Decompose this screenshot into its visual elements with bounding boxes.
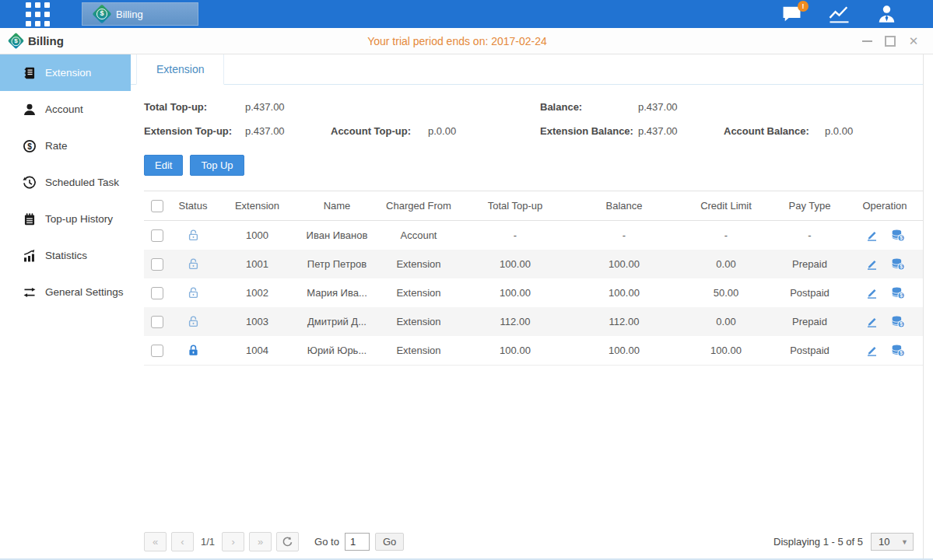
prev-page-button[interactable]: ‹ (171, 532, 194, 551)
credit-limit-cell: 100.00 (679, 336, 773, 366)
total-topup-cell: 112.00 (461, 307, 569, 336)
edit-button[interactable]: Edit (144, 155, 183, 176)
billing-app-window: $ Billing ! $ Billing Your trial period … (0, 0, 933, 560)
extension-cell: 1001 (216, 250, 298, 278)
account-balance-label: Account Balance: (724, 125, 825, 137)
topup-icon[interactable]: $ (891, 229, 905, 242)
goto-page-input[interactable] (345, 533, 370, 551)
refresh-button[interactable] (276, 532, 299, 551)
sidebar-item-label: General Settings (45, 286, 124, 298)
sidebar-item-label: Scheduled Task (45, 177, 119, 188)
minimize-icon[interactable] (861, 36, 872, 47)
window-body: ExtensionAccount$RateScheduled TaskTop-u… (0, 54, 933, 560)
table-row: 1001Петр ПетровExtension100.00100.000.00… (144, 250, 923, 278)
topup-icon[interactable]: $ (891, 257, 905, 271)
taskbar-app-label: Billing (116, 9, 143, 20)
row-checkbox[interactable] (151, 229, 163, 242)
edit-icon[interactable] (865, 257, 879, 271)
app-menu-icon[interactable] (26, 2, 50, 26)
content-panel: Extension Total Top-up: p.437.00 Balance… (131, 54, 924, 560)
extension-cell: 1000 (216, 221, 298, 250)
sidebar: ExtensionAccount$RateScheduled TaskTop-u… (0, 54, 131, 560)
displaying-text: Displaying 1 - 5 of 5 (773, 536, 863, 548)
edit-icon[interactable] (865, 229, 879, 242)
next-page-button[interactable]: › (222, 532, 244, 551)
total-topup-cell: 100.00 (461, 278, 569, 307)
total-topup-value: p.437.00 (245, 101, 331, 113)
account-icon (23, 103, 37, 117)
balance-cell: 100.00 (569, 336, 679, 366)
charged-from-cell: Extension (376, 250, 461, 278)
svg-text:$: $ (27, 142, 32, 150)
last-page-button[interactable]: » (249, 532, 272, 551)
row-checkbox[interactable] (151, 287, 163, 299)
operation-cell: $ (847, 278, 923, 307)
messages-icon[interactable]: ! (781, 5, 802, 23)
rate-icon: $ (23, 139, 37, 153)
window-title: Billing (28, 34, 64, 47)
edit-icon[interactable] (865, 286, 879, 299)
row-checkbox[interactable] (151, 258, 163, 271)
sidebar-item-extension[interactable]: Extension (0, 54, 131, 91)
resource-monitor-icon[interactable] (827, 5, 851, 23)
sidebar-item-account[interactable]: Account (0, 91, 131, 128)
edit-icon[interactable] (865, 344, 879, 357)
sidebar-item-statistics[interactable]: Statistics (0, 237, 131, 274)
first-page-button[interactable]: « (144, 532, 167, 551)
pay-type-cell: Postpaid (773, 336, 847, 366)
topup-icon[interactable]: $ (891, 344, 905, 357)
table-header-row: Status Extension Name Charged From Total… (144, 191, 923, 221)
credit-limit-cell: 0.00 (679, 250, 773, 278)
select-all-checkbox[interactable] (151, 200, 163, 212)
locked-icon (187, 344, 200, 357)
credit-limit-cell: 0.00 (679, 307, 773, 336)
balance-cell: - (569, 221, 679, 250)
charged-from-cell: Extension (376, 278, 461, 307)
charged-from-cell: Account (376, 221, 461, 250)
sidebar-item-label: Top-up History (45, 213, 113, 225)
pay-type-cell: - (773, 221, 847, 250)
balance-cell: 100.00 (569, 278, 679, 307)
edit-icon[interactable] (865, 315, 879, 328)
unlocked-icon (187, 257, 200, 271)
credit-limit-cell: 50.00 (679, 278, 773, 307)
row-checkbox[interactable] (151, 345, 163, 357)
taskbar-billing-app[interactable]: $ Billing (82, 2, 198, 26)
sidebar-item-rate[interactable]: $Rate (0, 128, 131, 164)
go-button[interactable]: Go (375, 533, 404, 551)
sidebar-item-scheduled-task[interactable]: Scheduled Task (0, 164, 131, 201)
table-row: 1004Юрий Юрь...Extension100.00100.00100.… (144, 336, 923, 366)
pay-type-cell: Prepaid (773, 250, 847, 278)
balance-cell: 112.00 (569, 307, 679, 336)
topup-history-icon (23, 212, 37, 226)
unlocked-icon (187, 286, 200, 299)
total-topup-cell: 100.00 (461, 336, 569, 366)
maximize-icon[interactable] (885, 36, 896, 47)
sidebar-item-general-settings[interactable]: General Settings (0, 274, 131, 310)
charged-from-cell: Extension (376, 336, 461, 366)
topup-icon[interactable]: $ (891, 286, 905, 299)
notification-badge: ! (798, 1, 808, 12)
extension-table-body: 1000Иван ИвановAccount----$1001Петр Петр… (144, 221, 923, 366)
column-header-extension: Extension (216, 191, 298, 221)
topup-icon[interactable]: $ (891, 315, 905, 328)
row-checkbox[interactable] (151, 316, 163, 328)
extension-topup-value: p.437.00 (245, 125, 331, 137)
sidebar-item-label: Extension (45, 67, 91, 79)
user-menu-icon[interactable] (876, 4, 897, 25)
toolbar: Edit Top Up (131, 143, 923, 176)
sidebar-item-label: Rate (45, 140, 68, 152)
close-icon[interactable]: ✕ (908, 36, 919, 47)
page-size-select[interactable]: 10 ▼ (871, 533, 914, 551)
balance-value: p.437.00 (638, 101, 724, 113)
total-topup-cell: 100.00 (461, 250, 569, 278)
operation-cell: $ (847, 250, 923, 278)
tab-extension[interactable]: Extension (136, 54, 224, 85)
pagination-right: Displaying 1 - 5 of 5 10 ▼ (773, 533, 914, 551)
unlocked-icon (187, 315, 200, 328)
top-up-button[interactable]: Top Up (190, 155, 244, 176)
window-title-group: $ Billing (0, 34, 64, 47)
svg-text:$: $ (900, 350, 903, 356)
column-header-total-topup: Total Top-up (461, 191, 569, 221)
sidebar-item-top-up-history[interactable]: Top-up History (0, 201, 131, 237)
